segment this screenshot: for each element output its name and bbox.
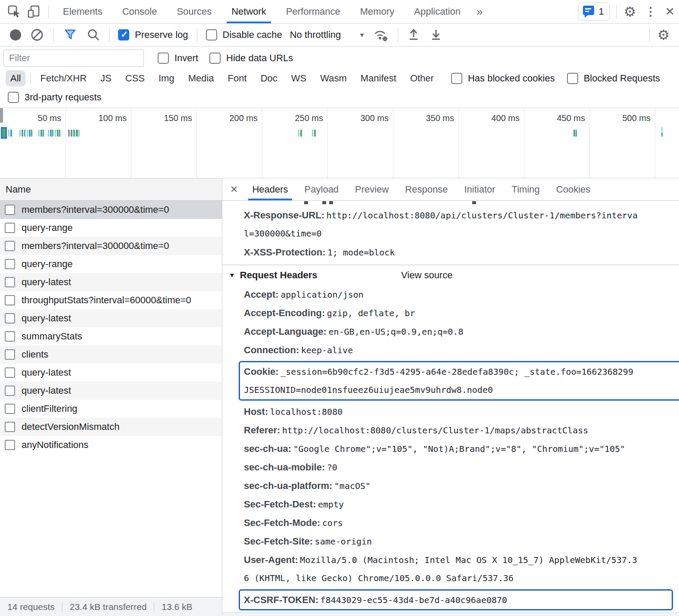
- detail-tab-headers[interactable]: Headers: [244, 178, 296, 200]
- highlighted-header-box: X-CSRF-TOKEN: f8443029-ec55-43d4-be7d-a4…: [239, 589, 673, 610]
- timeline-tick-label: 100 ms: [62, 113, 127, 123]
- request-checkbox[interactable]: [5, 331, 15, 342]
- issue-message-icon: [582, 5, 595, 18]
- view-source-button[interactable]: View source: [401, 265, 452, 285]
- network-conditions-icon[interactable]: [368, 28, 393, 42]
- more-tabs-button[interactable]: »: [470, 0, 489, 23]
- detail-tab-timing[interactable]: Timing: [504, 178, 548, 200]
- header-line: Sec-Fetch-Mode: cors: [222, 513, 679, 532]
- disclosure-triangle-icon[interactable]: ▼: [229, 271, 235, 279]
- invert-checkbox[interactable]: [158, 53, 169, 64]
- request-checkbox[interactable]: [5, 386, 15, 396]
- header-line: sec-ch-ua-platform: "macOS": [222, 476, 679, 495]
- request-name: query-latest: [22, 367, 71, 378]
- request-checkbox[interactable]: [5, 295, 15, 305]
- issues-badge[interactable]: 1: [578, 3, 609, 21]
- device-toolbar-icon[interactable]: [24, 2, 44, 21]
- request-checkbox[interactable]: [5, 223, 15, 233]
- tab-application[interactable]: Application: [404, 0, 470, 23]
- tab-memory[interactable]: Memory: [350, 0, 404, 23]
- preserve-log-checkbox[interactable]: [118, 29, 129, 40]
- export-har-icon[interactable]: [425, 28, 447, 42]
- request-row[interactable]: query-latest: [0, 273, 222, 291]
- filter-chip-font[interactable]: Font: [223, 70, 252, 87]
- request-row[interactable]: members?interval=300000&time=0: [0, 201, 222, 219]
- blocked-requests-checkbox[interactable]: [567, 73, 578, 84]
- filter-chip-doc[interactable]: Doc: [256, 70, 282, 87]
- request-checkbox[interactable]: [5, 440, 15, 450]
- request-row[interactable]: query-latest: [0, 364, 222, 382]
- import-har-icon[interactable]: [402, 28, 425, 42]
- request-row[interactable]: query-range: [0, 219, 222, 237]
- timeline-tick-label: 350 ms: [389, 113, 454, 123]
- network-overview-timeline[interactable]: 50 ms100 ms150 ms200 ms250 ms300 ms350 m…: [0, 108, 679, 178]
- record-network-log-icon[interactable]: [6, 29, 25, 40]
- filter-input[interactable]: [3, 50, 144, 67]
- main-tab-strip: ElementsConsoleSourcesNetworkPerformance…: [53, 0, 489, 23]
- request-row[interactable]: clientFiltering: [0, 400, 222, 418]
- request-checkbox[interactable]: [5, 349, 15, 360]
- tab-sources[interactable]: Sources: [167, 0, 221, 23]
- filter-chip-ws[interactable]: WS: [287, 70, 311, 87]
- request-row[interactable]: members?interval=300000&time=0: [0, 237, 222, 255]
- throttling-dropdown[interactable]: No throttling ▼: [290, 29, 365, 40]
- request-row[interactable]: summaryStats: [0, 327, 222, 345]
- clear-network-log-icon[interactable]: [25, 28, 49, 42]
- header-line: X-CSRF-TOKEN: f8443029-ec55-43d4-be7d-a4…: [244, 591, 672, 609]
- third-party-checkbox[interactable]: [8, 92, 19, 103]
- disable-cache-checkbox[interactable]: [206, 29, 217, 40]
- request-checkbox[interactable]: [5, 313, 15, 324]
- horizontal-scrollbar-track[interactable]: [222, 612, 679, 616]
- name-column-header[interactable]: Name: [0, 178, 222, 201]
- request-row[interactable]: clients: [0, 345, 222, 364]
- tab-elements[interactable]: Elements: [53, 0, 112, 23]
- settings-gear-icon[interactable]: ⚙: [624, 3, 636, 20]
- tab-performance[interactable]: Performance: [276, 0, 350, 23]
- filter-chip-media[interactable]: Media: [184, 70, 219, 87]
- search-icon[interactable]: [82, 28, 105, 42]
- tab-network[interactable]: Network: [221, 0, 276, 23]
- detail-tab-initiator[interactable]: Initiator: [456, 178, 503, 200]
- request-checkbox[interactable]: [5, 205, 15, 215]
- filter-chip-js[interactable]: JS: [96, 70, 116, 87]
- detail-tab-payload[interactable]: Payload: [296, 178, 347, 200]
- filter-chip-img[interactable]: Img: [154, 70, 179, 87]
- headers-content[interactable]: X-Response-URL: http://localhost:8080/ap…: [222, 201, 679, 612]
- close-devtools-icon[interactable]: ✕: [665, 5, 675, 19]
- request-checkbox[interactable]: [5, 367, 15, 378]
- filter-chip-css[interactable]: CSS: [121, 70, 150, 87]
- request-list: members?interval=300000&time=0query-rang…: [0, 201, 222, 597]
- tab-console[interactable]: Console: [112, 0, 167, 23]
- filter-chip-all[interactable]: All: [6, 70, 25, 87]
- request-checkbox[interactable]: [5, 259, 15, 269]
- hide-data-urls-checkbox[interactable]: [209, 53, 221, 64]
- request-row[interactable]: detectVersionMismatch: [0, 418, 222, 436]
- timeline-activity-bar: [43, 130, 44, 137]
- request-row[interactable]: anyNotifications: [0, 436, 222, 454]
- inspect-element-icon[interactable]: [4, 2, 24, 21]
- close-detail-icon[interactable]: ✕: [224, 178, 244, 200]
- detail-tab-response[interactable]: Response: [397, 178, 456, 200]
- filter-funnel-icon[interactable]: [58, 28, 82, 42]
- timeline-activity-bar: [22, 130, 23, 137]
- request-checkbox[interactable]: [5, 404, 15, 414]
- request-checkbox[interactable]: [5, 277, 15, 287]
- kebab-menu-icon[interactable]: ⋮: [642, 5, 659, 19]
- detail-tab-preview[interactable]: Preview: [347, 178, 397, 200]
- request-row[interactable]: query-latest: [0, 309, 222, 327]
- filter-chip-wasm[interactable]: Wasm: [315, 70, 352, 87]
- request-row[interactable]: query-range: [0, 255, 222, 273]
- timeline-activity-bar: [29, 130, 31, 137]
- network-settings-gear-icon[interactable]: ⚙: [654, 27, 673, 43]
- request-name: query-range: [22, 258, 73, 270]
- request-row[interactable]: query-latest: [0, 382, 222, 400]
- detail-tab-cookies[interactable]: Cookies: [548, 178, 598, 200]
- filter-chip-other[interactable]: Other: [405, 70, 439, 87]
- filter-chip-manifest[interactable]: Manifest: [356, 70, 401, 87]
- request-checkbox[interactable]: [5, 241, 15, 251]
- request-row[interactable]: throughputStats?interval=60000&time=0: [0, 291, 222, 309]
- filter-chip-fetch-xhr[interactable]: Fetch/XHR: [35, 70, 91, 87]
- request-headers-section-header: ▼Request Headers View source: [222, 265, 679, 285]
- has-blocked-cookies-checkbox[interactable]: [451, 73, 462, 84]
- request-checkbox[interactable]: [5, 422, 15, 432]
